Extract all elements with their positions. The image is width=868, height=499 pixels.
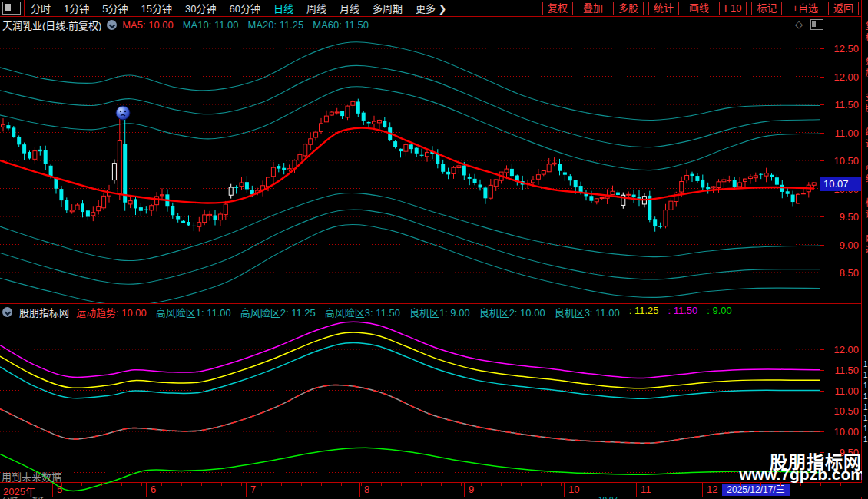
- time-axis-bar[interactable]: 2025年 2025/12/17/三 56789101112: [0, 482, 862, 497]
- legend-item-0: 运动趋势: 10.00: [76, 305, 147, 319]
- price-axis-label: 11.00: [834, 127, 859, 138]
- toolbar-button-8[interactable]: 返回: [828, 2, 859, 15]
- axis-tick: [820, 411, 824, 411]
- week-tick: [401, 483, 402, 486]
- month-label-8: 8: [364, 484, 369, 495]
- period-tab-4[interactable]: 30分钟: [185, 1, 216, 15]
- week-tick: [261, 483, 262, 486]
- period-tab-9[interactable]: 多周期: [373, 1, 403, 15]
- month-label-11: 11: [641, 484, 651, 495]
- layout-window-icon[interactable]: [2, 2, 21, 15]
- week-tick: [321, 483, 322, 486]
- week-tick: [601, 483, 601, 486]
- month-label-7: 7: [250, 484, 256, 495]
- diamond-icon[interactable]: ◇: [795, 18, 803, 30]
- week-tick: [81, 483, 82, 486]
- month-divider: [702, 483, 703, 497]
- toolbar-divider: [24, 0, 25, 16]
- legend-item-6: 良机区3: 11.00: [555, 305, 620, 319]
- week-tick: [681, 483, 681, 486]
- month-label-12: 12: [707, 484, 717, 495]
- toolbar-button-7[interactable]: +自选: [787, 2, 823, 15]
- month-divider: [359, 483, 360, 497]
- right-sidebar-clipped[interactable]: 复权 叠加 多股 统计 画线 标记 自选 11111111: [862, 0, 868, 499]
- price-axis-label: 9.00: [840, 239, 859, 250]
- period-tabs: 分时1分钟5分钟15分钟30分钟60分钟日线周线月线多周期更多 ❯: [31, 0, 446, 16]
- week-tick: [201, 483, 202, 486]
- indicator-axis-label: 12.00: [833, 344, 859, 355]
- indicator-panel-chart[interactable]: [0, 320, 820, 497]
- period-tab-8[interactable]: 月线: [340, 1, 359, 15]
- split-window-icon[interactable]: [810, 19, 823, 30]
- legend-item-2: MA20: 11.25: [248, 19, 304, 31]
- price-axis-label: 8.50: [840, 267, 859, 279]
- chevron-down-icon[interactable]: [107, 20, 117, 30]
- week-tick: [61, 483, 62, 486]
- month-divider: [464, 483, 465, 497]
- toolbar-button-0[interactable]: 复权: [542, 2, 573, 15]
- week-tick: [441, 483, 442, 486]
- week-tick: [301, 483, 302, 486]
- week-tick: [501, 483, 502, 486]
- period-tab-7[interactable]: 周线: [306, 1, 326, 15]
- week-tick: [141, 483, 142, 486]
- current-date-box: 2025/12/17/三: [722, 484, 790, 496]
- toolbar-button-1[interactable]: 叠加: [578, 2, 608, 15]
- last-price-box: 10.07: [820, 177, 864, 191]
- axis-tick: [820, 431, 824, 432]
- layout-window-icon-fill: [5, 4, 11, 11]
- legend-item-1: MA10: 11.00: [183, 19, 239, 31]
- period-tab-10[interactable]: 更多 ❯: [416, 1, 447, 15]
- week-tick: [581, 483, 581, 486]
- toolbar-button-3[interactable]: 统计: [648, 2, 679, 15]
- indicator-axis-label: 11.50: [834, 364, 859, 375]
- legend-item-3: 高风险区3: 11.50: [325, 305, 400, 319]
- legend-item-1: 高风险区1: 11.00: [156, 305, 231, 319]
- week-tick: [541, 483, 542, 486]
- toolbar-button-2[interactable]: 多股: [613, 2, 644, 15]
- marker-face-icon: [116, 106, 130, 120]
- period-tab-0[interactable]: 分时: [31, 1, 51, 15]
- indicator-axis-label: 10.00: [833, 426, 859, 438]
- price-axis-label: 11.50: [834, 99, 859, 111]
- month-divider: [564, 483, 565, 497]
- week-tick: [121, 483, 122, 486]
- week-tick: [181, 483, 182, 486]
- period-toolbar: 分时1分钟5分钟15分钟30分钟60分钟日线周线月线多周期更多 ❯ 复权叠加多股…: [0, 0, 868, 17]
- week-tick: [341, 483, 342, 486]
- indicator-chevron-down-icon[interactable]: [2, 307, 12, 317]
- week-tick: [221, 483, 222, 486]
- legend-item-9: : 9.00: [707, 305, 732, 319]
- month-divider: [52, 483, 53, 497]
- price-axis-line: [820, 32, 820, 496]
- legend-item-7: : 11.25: [629, 305, 659, 319]
- week-tick: [481, 483, 482, 486]
- indicator-source: 股朋指标网: [19, 305, 69, 319]
- period-tab-3[interactable]: 15分钟: [141, 1, 171, 15]
- period-tab-1[interactable]: 1分钟: [64, 1, 89, 15]
- month-label-9: 9: [469, 484, 474, 495]
- month-label-10: 10: [568, 484, 579, 495]
- week-tick: [661, 483, 661, 486]
- legend-item-2: 高风险区2: 11.25: [240, 305, 316, 319]
- price-axis-label: 10.50: [833, 155, 859, 167]
- period-tab-5[interactable]: 60分钟: [229, 1, 260, 15]
- legend-item-0: MA5: 10.00: [122, 19, 174, 31]
- price-axis-label: 9.50: [840, 211, 859, 223]
- week-tick: [241, 483, 242, 486]
- week-tick: [101, 483, 102, 486]
- toolbar-button-4[interactable]: 画线: [684, 2, 714, 15]
- toolbar-button-6[interactable]: 标记: [751, 2, 782, 15]
- legend-item-5: 良机区2: 10.00: [479, 305, 545, 319]
- week-tick: [641, 483, 641, 486]
- indicator-header: 股朋指标网 运动趋势: 10.00高风险区1: 11.00高风险区2: 11.2…: [2, 306, 732, 318]
- indicator-legend: 运动趋势: 10.00高风险区1: 11.00高风险区2: 11.25高风险区3…: [76, 305, 732, 319]
- trading-app-window: 分时1分钟5分钟15分钟30分钟60分钟日线周线月线多周期更多 ❯ 复权叠加多股…: [0, 0, 868, 499]
- toolbar-button-5[interactable]: F10: [719, 2, 747, 15]
- period-tab-2[interactable]: 5分钟: [102, 1, 128, 15]
- week-tick: [421, 483, 422, 486]
- indicator-axis-label: 11.00: [834, 385, 859, 396]
- main-candlestick-chart[interactable]: [0, 32, 820, 303]
- title-row-icons: ◇: [795, 18, 823, 30]
- period-tab-6[interactable]: 日线: [273, 1, 293, 15]
